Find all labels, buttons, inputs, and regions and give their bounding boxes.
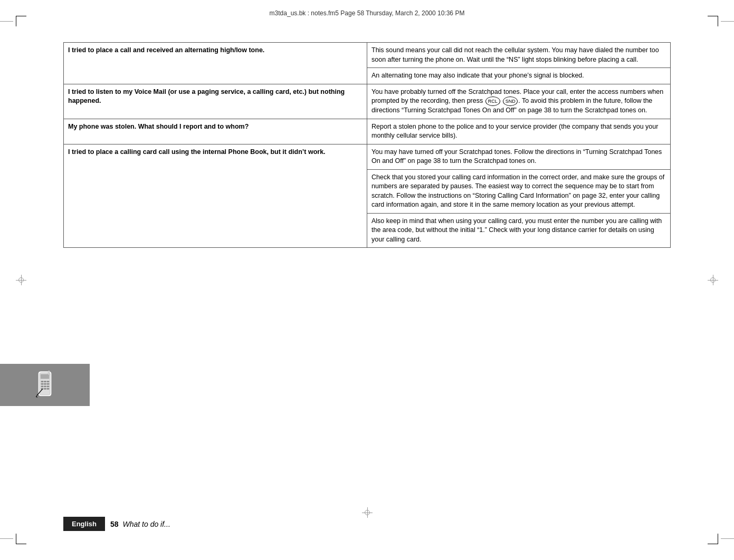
corner-mark-top-left bbox=[16, 16, 32, 32]
page-number: 58 bbox=[110, 520, 119, 528]
page-header: m3tda_us.bk : notes.fm5 Page 58 Thursday… bbox=[42, 9, 692, 17]
solution-cell-4c: Also keep in mind that when using your c… bbox=[367, 213, 671, 248]
section-title: What to do if... bbox=[123, 520, 170, 528]
svg-rect-13 bbox=[44, 388, 46, 390]
solution-text-4b: Check that you stored your calling card … bbox=[371, 173, 664, 209]
svg-rect-2 bbox=[41, 374, 50, 379]
problem-text-3: My phone was stolen. What should I repor… bbox=[68, 123, 249, 130]
solution-cell-2: You have probably turned off the Scratch… bbox=[367, 84, 671, 119]
h-line-bl bbox=[0, 538, 13, 539]
problem-cell-3: My phone was stolen. What should I repor… bbox=[64, 119, 367, 144]
solution-cell-4b: Check that you stored your calling card … bbox=[367, 169, 671, 213]
svg-marker-17 bbox=[36, 395, 38, 398]
troubleshooting-table: I tried to place a call and received an … bbox=[63, 42, 671, 248]
svg-rect-8 bbox=[47, 383, 50, 384]
svg-rect-15 bbox=[48, 371, 50, 375]
svg-rect-14 bbox=[47, 388, 50, 390]
svg-rect-11 bbox=[47, 385, 50, 387]
rcl-button: RCL bbox=[485, 96, 500, 106]
problem-text-2: I tried to listen to my Voice Mail (or u… bbox=[68, 88, 345, 105]
phone-icon bbox=[32, 371, 58, 400]
h-line-tr bbox=[721, 21, 734, 22]
svg-rect-5 bbox=[47, 381, 50, 382]
table-row: I tried to place a call and received an … bbox=[64, 43, 671, 68]
solution-text-1a: This sound means your call did not reach… bbox=[371, 46, 659, 63]
svg-rect-10 bbox=[44, 385, 46, 387]
problem-text-4: I tried to place a calling card call usi… bbox=[68, 148, 326, 156]
problem-cell-4: I tried to place a calling card call usi… bbox=[64, 144, 367, 248]
solution-cell-1b: An alternating tone may also indicate th… bbox=[367, 68, 671, 84]
svg-rect-4 bbox=[44, 381, 46, 382]
problem-cell-2: I tried to listen to my Voice Mail (or u… bbox=[64, 84, 367, 119]
solution-text-1b: An alternating tone may also indicate th… bbox=[371, 72, 584, 79]
center-bottom-mark bbox=[362, 507, 373, 518]
svg-rect-6 bbox=[41, 383, 44, 384]
solution-text-3: Report a stolen phone to the police and … bbox=[371, 123, 658, 140]
problem-cell-1: I tried to place a call and received an … bbox=[64, 43, 367, 84]
language-text: English bbox=[72, 520, 97, 528]
corner-mark-top-right bbox=[702, 16, 718, 32]
table-row: My phone was stolen. What should I repor… bbox=[64, 119, 671, 144]
svg-rect-7 bbox=[44, 383, 46, 384]
h-line-br bbox=[721, 538, 734, 539]
language-badge: English bbox=[63, 517, 105, 531]
phone-icon-area bbox=[0, 364, 90, 406]
main-content: I tried to place a call and received an … bbox=[63, 42, 671, 248]
table-row: I tried to place a calling card call usi… bbox=[64, 144, 671, 169]
snd-button: SND bbox=[503, 96, 518, 106]
solution-cell-3: Report a stolen phone to the police and … bbox=[367, 119, 671, 144]
page-footer: English 58 What to do if... bbox=[0, 517, 734, 531]
solution-text-4a: You may have turned off your Scratchpad … bbox=[371, 148, 662, 165]
svg-rect-9 bbox=[41, 385, 44, 387]
problem-text-1: I tried to place a call and received an … bbox=[68, 46, 264, 54]
svg-rect-3 bbox=[41, 381, 44, 382]
center-right-mark bbox=[708, 275, 718, 285]
center-left-mark bbox=[16, 275, 26, 285]
h-line-tl bbox=[0, 21, 13, 22]
table-row: I tried to listen to my Voice Mail (or u… bbox=[64, 84, 671, 119]
solution-cell-1a: This sound means your call did not reach… bbox=[367, 43, 671, 68]
header-text: m3tda_us.bk : notes.fm5 Page 58 Thursday… bbox=[270, 9, 465, 17]
solution-text-4c: Also keep in mind that when using your c… bbox=[371, 217, 662, 243]
solution-cell-4a: You may have turned off your Scratchpad … bbox=[367, 144, 671, 169]
